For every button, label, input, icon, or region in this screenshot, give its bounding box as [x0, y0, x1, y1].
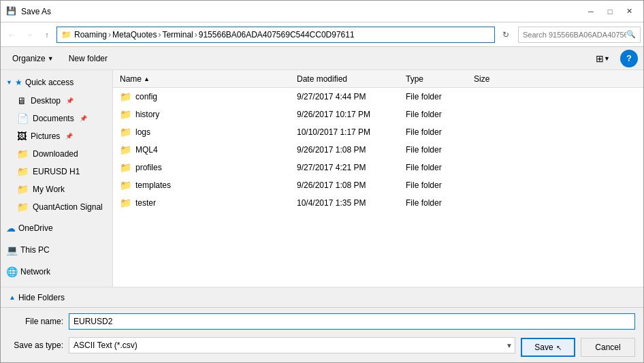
sidebar-item-eurusd[interactable]: 📁 EURUSD H1 [1, 163, 112, 180]
eurusd-icon: 📁 [17, 166, 29, 177]
path-guid[interactable]: 915566BA06ADA407569C544CC0D97611 [199, 30, 355, 40]
sidebar-item-desktop[interactable]: 🖥 Desktop 📌 [1, 92, 112, 110]
toolbar: Organize ▼ New folder ⊞ ▼ ? [1, 47, 643, 70]
file-name-history: 📁 history [116, 109, 293, 120]
dialog-title: Save As [21, 7, 582, 16]
maximize-button[interactable]: □ [601, 5, 619, 18]
file-date: 9/26/2017 1:08 PM [293, 145, 402, 155]
up-button[interactable]: ↑ [39, 27, 55, 43]
filetype-row: Save as type: ASCII Text (*.csv) CSV (*.… [9, 334, 635, 357]
filename-input[interactable] [69, 313, 635, 330]
quick-access-label: Quick access [25, 78, 74, 87]
eurusd-label: EURUSD H1 [33, 167, 80, 176]
file-list-header: Name ▲ Date modified Type Size [113, 70, 643, 88]
folder-icon: 📁 [120, 91, 131, 102]
hide-folders-bar[interactable]: ▲ Hide Folders [1, 287, 643, 307]
file-type: File folder [402, 92, 470, 101]
folder-icon: 📁 [120, 162, 131, 173]
folder-icon: 📁 [120, 109, 131, 120]
title-bar: 💾 Save As ─ □ ✕ [1, 1, 643, 22]
back-button[interactable]: ← [3, 27, 20, 43]
file-type: File folder [402, 163, 470, 172]
organize-button[interactable]: Organize ▼ [6, 50, 60, 67]
table-row[interactable]: 📁 MQL4 9/26/2017 1:08 PM File folder [113, 141, 643, 159]
table-row[interactable]: 📁 config 9/27/2017 4:44 PM File folder [113, 88, 643, 106]
file-date: 9/26/2017 10:17 PM [293, 110, 402, 119]
new-folder-button[interactable]: New folder [63, 50, 114, 67]
search-icon: 🔍 [626, 30, 636, 39]
sidebar-item-mywork[interactable]: 📁 My Work [1, 180, 112, 198]
chevron-down-icon: ▼ [6, 79, 12, 86]
col-header-size[interactable]: Size [470, 70, 524, 87]
path-roaming[interactable]: Roaming [74, 30, 107, 40]
folder-icon: 📁 [120, 144, 131, 155]
table-row[interactable]: 📁 logs 10/10/2017 1:17 PM File folder [113, 123, 643, 141]
refresh-button[interactable]: ↻ [498, 27, 514, 43]
search-input[interactable] [523, 31, 626, 39]
action-buttons: Save ↖ Cancel [521, 338, 635, 357]
quick-access-star-icon: ★ [15, 78, 22, 87]
table-row[interactable]: 📁 history 9/26/2017 10:17 PM File folder [113, 106, 643, 123]
quick-access-section: ▼ ★ Quick access 🖥 Desktop 📌 📄 Documents… [1, 73, 112, 216]
view-icon: ⊞ [596, 53, 604, 64]
pictures-label: Pictures [31, 131, 60, 141]
table-row[interactable]: 📁 profiles 9/27/2017 4:21 PM File folder [113, 159, 643, 176]
desktop-label: Desktop [31, 96, 61, 106]
filetype-select[interactable]: ASCII Text (*.csv) CSV (*.csv) All Files… [69, 337, 515, 353]
col-header-name[interactable]: Name ▲ [116, 70, 293, 87]
table-row[interactable]: 📁 tester 10/4/2017 1:35 PM File folder [113, 194, 643, 212]
chevron-up-icon: ▲ [9, 294, 16, 301]
window-controls: ─ □ ✕ [582, 5, 638, 18]
address-path[interactable]: 📁 Roaming › MetaQuotes › Terminal › 9155… [57, 27, 495, 43]
sidebar: ▼ ★ Quick access 🖥 Desktop 📌 📄 Documents… [1, 70, 113, 287]
thispc-header[interactable]: 💻 This PC [1, 240, 112, 259]
file-date: 10/4/2017 1:35 PM [293, 198, 402, 208]
path-terminal[interactable]: Terminal [162, 30, 193, 40]
save-label: Save [534, 343, 553, 352]
folder-icon: 📁 [120, 198, 131, 208]
file-type: File folder [402, 180, 470, 190]
network-header[interactable]: 🌐 Network [1, 262, 112, 281]
mywork-icon: 📁 [17, 184, 29, 195]
sidebar-item-downloaded[interactable]: 📁 Downloaded [1, 145, 112, 163]
sidebar-item-documents[interactable]: 📄 Documents 📌 [1, 110, 112, 127]
downloaded-label: Downloaded [33, 149, 78, 159]
file-type: File folder [402, 145, 470, 155]
desktop-icon: 🖥 [17, 95, 27, 106]
dialog-icon: 💾 [6, 6, 17, 17]
table-row[interactable]: 📁 templates 9/26/2017 1:08 PM File folde… [113, 176, 643, 194]
organize-dropdown-icon: ▼ [48, 55, 54, 62]
quick-access-header[interactable]: ▼ ★ Quick access [1, 73, 112, 92]
sidebar-item-pictures[interactable]: 🖼 Pictures 📌 [1, 127, 112, 145]
col-header-type[interactable]: Type [402, 70, 470, 87]
file-date: 9/26/2017 1:08 PM [293, 180, 402, 190]
cursor-icon: ↖ [556, 344, 562, 351]
sidebar-item-quantaction[interactable]: 📁 QuantAction Signal [1, 198, 112, 216]
quantaction-icon: 📁 [17, 202, 29, 212]
thispc-label: This PC [20, 245, 50, 255]
bottom-bar: File name: Save as type: ASCII Text (*.c… [1, 307, 643, 362]
minimize-button[interactable]: ─ [582, 5, 600, 18]
forward-button[interactable]: → [21, 27, 37, 43]
file-list: Name ▲ Date modified Type Size 📁 config [113, 70, 643, 287]
file-name-logs: 📁 logs [116, 127, 293, 138]
file-date: 9/27/2017 4:21 PM [293, 163, 402, 172]
new-folder-label: New folder [69, 54, 108, 63]
network-icon: 🌐 [6, 266, 18, 277]
folder-icon: 📁 [120, 127, 131, 138]
col-header-date[interactable]: Date modified [293, 70, 402, 87]
onedrive-label: OneDrive [18, 223, 53, 233]
path-metaquotes[interactable]: MetaQuotes [112, 30, 157, 40]
cancel-button[interactable]: Cancel [581, 338, 635, 357]
file-type: File folder [402, 198, 470, 208]
save-as-dialog: 💾 Save As ─ □ ✕ ← → ↑ 📁 Roaming › MetaQu… [0, 0, 644, 363]
pictures-icon: 🖼 [17, 131, 27, 142]
help-button[interactable]: ? [620, 50, 638, 67]
view-button[interactable]: ⊞ ▼ [591, 50, 615, 67]
onedrive-header[interactable]: ☁ OneDrive [1, 219, 112, 238]
cancel-label: Cancel [595, 343, 620, 352]
close-button[interactable]: ✕ [620, 5, 638, 18]
onedrive-section: ☁ OneDrive [1, 219, 112, 238]
save-button[interactable]: Save ↖ [521, 338, 575, 357]
view-dropdown-icon: ▼ [604, 55, 610, 62]
